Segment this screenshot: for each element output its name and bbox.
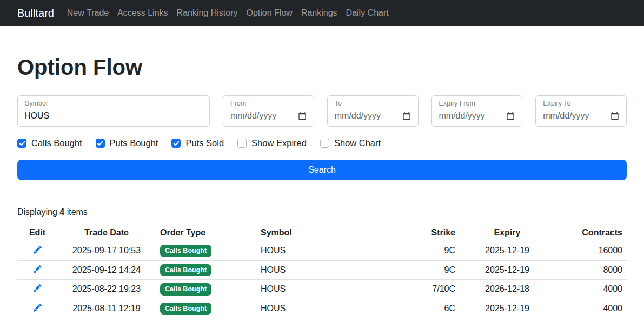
trade-date-cell: 2025-09-17 10:53	[57, 241, 156, 261]
header-expiry: Expiry	[460, 225, 555, 241]
checkbox-label: Puts Sold	[185, 138, 224, 148]
contracts-cell: 16000	[555, 241, 627, 261]
checkbox-label: Show Chart	[334, 138, 381, 148]
search-button[interactable]: Search	[17, 160, 627, 180]
results-count-line: Displaying 4 items	[17, 207, 627, 217]
table-row: 2025-09-12 14:24 Calls Bought HOUS 9C 20…	[17, 260, 627, 280]
edit-button[interactable]	[32, 245, 43, 254]
expiry-cell: 2025-12-19	[460, 299, 555, 318]
table-row: 2025-09-17 10:53 Calls Bought HOUS 9C 20…	[17, 241, 627, 261]
pencil-icon	[34, 267, 42, 275]
calendar-icon[interactable]	[610, 112, 619, 120]
expiry-cell: 2026-12-18	[460, 280, 555, 299]
contracts-cell: 4000	[555, 299, 627, 318]
header-order-type: Order Type	[156, 225, 256, 241]
order-type-badge: Calls Bought	[160, 264, 211, 277]
navbar-brand[interactable]: Bulltard	[17, 7, 54, 19]
checkbox-puts-bought[interactable]: Puts Bought	[96, 138, 158, 148]
nav-item-ranking-history[interactable]: Ranking History	[172, 8, 242, 18]
to-field-label: To	[335, 100, 342, 107]
strike-cell: 9C	[381, 241, 460, 261]
symbol-cell: HOUS	[256, 280, 381, 299]
contracts-cell: 8000	[555, 260, 627, 280]
filters-row: Symbol From mm/dd/yyyy To mm/dd/yyyy Exp…	[17, 95, 627, 127]
checkbox-box	[171, 139, 181, 148]
results-count-value: 4	[59, 207, 64, 217]
page-title: Option Flow	[17, 54, 627, 80]
nav-item-new-trade[interactable]: New Trade	[63, 8, 113, 18]
calendar-icon[interactable]	[298, 112, 307, 120]
header-edit: Edit	[17, 225, 57, 241]
checkbox-show-chart[interactable]: Show Chart	[320, 138, 381, 148]
checkbox-box	[237, 139, 247, 148]
table-row: 2025-08-22 19:23 Calls Bought HOUS 7/10C…	[17, 280, 627, 299]
checkbox-label: Show Expired	[251, 138, 307, 148]
nav-item-daily-chart[interactable]: Daily Chart	[342, 8, 393, 18]
nav-item-access-links[interactable]: Access Links	[113, 8, 172, 18]
navbar-links: New Trade Access Links Ranking History O…	[63, 8, 393, 18]
header-symbol: Symbol	[256, 225, 381, 241]
symbol-cell: HOUS	[256, 241, 381, 261]
edit-button[interactable]	[32, 265, 43, 274]
expiry-cell: 2025-12-19	[460, 260, 555, 280]
pencil-icon	[34, 247, 42, 256]
expiry-from-date-field[interactable]: Expiry From mm/dd/yyyy	[431, 95, 523, 127]
to-date-field[interactable]: To mm/dd/yyyy	[327, 95, 419, 127]
header-trade-date: Trade Date	[57, 225, 156, 241]
nav-item-rankings[interactable]: Rankings	[297, 8, 342, 18]
strike-cell: 7/10C	[381, 280, 460, 299]
from-date-field[interactable]: From mm/dd/yyyy	[223, 95, 314, 127]
strike-cell: 6C	[381, 299, 460, 318]
expiry-to-date-placeholder: mm/dd/yyyy	[543, 111, 589, 121]
trades-table: Edit Trade Date Order Type Symbol Strike…	[17, 225, 627, 318]
checkbox-label: Calls Bought	[31, 138, 82, 148]
expiry-from-date-placeholder: mm/dd/yyyy	[439, 111, 485, 121]
symbol-cell: HOUS	[256, 299, 381, 318]
strike-cell: 9C	[381, 260, 460, 280]
from-field-label: From	[230, 100, 246, 107]
order-type-badge: Calls Bought	[160, 303, 211, 315]
results-prefix: Displaying	[17, 207, 57, 217]
checkbox-box	[17, 139, 26, 148]
main-content: Option Flow Symbol From mm/dd/yyyy To mm…	[0, 54, 644, 321]
navbar: Bulltard New Trade Access Links Ranking …	[0, 0, 644, 26]
trade-date-cell: 2025-08-11 12:19	[57, 299, 156, 318]
checkbox-box	[320, 139, 329, 148]
table-row: 2025-08-11 12:19 Calls Bought HOUS 6C 20…	[17, 299, 627, 318]
pencil-icon	[34, 305, 42, 313]
filter-checkboxes: Calls Bought Puts Bought Puts Sold Show …	[17, 138, 627, 148]
expiry-to-field-label: Expiry To	[543, 100, 570, 107]
symbol-input[interactable]	[18, 96, 209, 126]
checkbox-puts-sold[interactable]: Puts Sold	[171, 138, 224, 148]
calendar-icon[interactable]	[506, 112, 515, 120]
checkbox-box	[96, 139, 105, 148]
to-date-placeholder: mm/dd/yyyy	[335, 111, 381, 121]
edit-button[interactable]	[32, 284, 43, 293]
header-contracts: Contracts	[555, 225, 627, 241]
pencil-icon	[34, 286, 42, 294]
expiry-to-date-field[interactable]: Expiry To mm/dd/yyyy	[535, 95, 627, 127]
expiry-cell: 2025-12-19	[460, 241, 555, 261]
checkbox-show-expired[interactable]: Show Expired	[237, 138, 307, 148]
expiry-from-field-label: Expiry From	[439, 100, 475, 107]
contracts-cell: 4000	[555, 280, 627, 299]
checkbox-calls-bought[interactable]: Calls Bought	[17, 138, 82, 148]
table-header-row: Edit Trade Date Order Type Symbol Strike…	[17, 225, 627, 241]
order-type-badge: Calls Bought	[160, 245, 211, 257]
symbol-cell: HOUS	[256, 260, 381, 280]
symbol-field[interactable]: Symbol	[17, 95, 210, 127]
trade-date-cell: 2025-08-22 19:23	[57, 280, 156, 299]
nav-item-option-flow[interactable]: Option Flow	[242, 8, 297, 18]
trade-date-cell: 2025-09-12 14:24	[57, 260, 156, 280]
calendar-icon[interactable]	[402, 112, 411, 120]
order-type-badge: Calls Bought	[160, 283, 211, 296]
from-date-placeholder: mm/dd/yyyy	[230, 111, 276, 121]
checkbox-label: Puts Bought	[110, 138, 158, 148]
edit-button[interactable]	[32, 303, 43, 312]
results-suffix: items	[67, 207, 88, 217]
header-strike: Strike	[381, 225, 460, 241]
